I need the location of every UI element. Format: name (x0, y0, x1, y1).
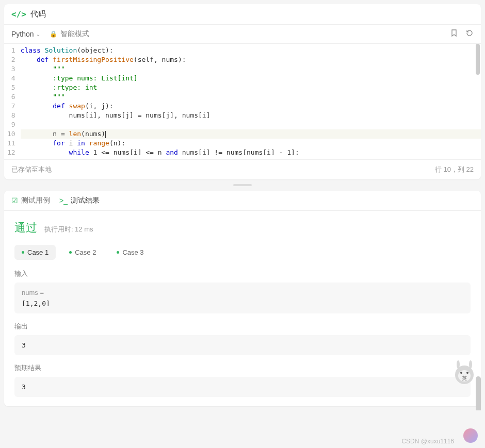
cursor (105, 131, 106, 138)
code-editor[interactable]: 1 2 3 4 5 6 7 8 9 10 11 12 class Solutio… (4, 44, 481, 159)
expected-value: 3 (22, 383, 463, 391)
terminal-icon: >_ (59, 196, 68, 205)
bookmark-icon (450, 29, 458, 37)
code-panel: </> 代码 Python ⌄ 🔒 智能模式 1 2 3 4 5 6 7 8 (4, 4, 481, 179)
mode-label: 智能模式 (60, 29, 89, 39)
results-body: 通过 执行用时: 12 ms Case 1 Case 2 Case 3 输入 n… (4, 211, 481, 406)
code-icon: </> (11, 9, 26, 19)
toolbar: Python ⌄ 🔒 智能模式 (4, 25, 481, 44)
save-status: 已存储至本地 (11, 165, 52, 174)
tab-result[interactable]: >_ 测试结果 (59, 196, 100, 205)
expected-box: 3 (14, 377, 471, 397)
results-panel: ☑ 测试用例 >_ 测试结果 通过 执行用时: 12 ms Case 1 Cas… (4, 191, 481, 406)
case-tabs: Case 1 Case 2 Case 3 (14, 245, 471, 260)
editor-scrollbar[interactable] (476, 44, 480, 75)
language-selector[interactable]: Python ⌄ (11, 30, 40, 38)
code-header: </> 代码 (4, 4, 481, 25)
pass-dot-icon (69, 251, 72, 254)
output-label: 输出 (14, 322, 471, 331)
input-var: nums = (22, 289, 463, 296)
results-scrollbar[interactable] (476, 376, 481, 410)
input-value: [1,2,0] (22, 300, 463, 307)
tab-testcase[interactable]: ☑ 测试用例 (11, 196, 50, 205)
result-tabs: ☑ 测试用例 >_ 测试结果 (4, 191, 481, 211)
resize-handle[interactable] (0, 184, 485, 187)
cursor-position: 行 10，列 22 (435, 165, 474, 174)
case-1-button[interactable]: Case 1 (14, 245, 56, 260)
line-gutter: 1 2 3 4 5 6 7 8 9 10 11 12 (4, 44, 21, 159)
input-box: nums = [1,2,0] (14, 283, 471, 313)
case-3-button[interactable]: Case 3 (109, 245, 151, 260)
mode-indicator: 🔒 智能模式 (50, 29, 89, 39)
reset-button[interactable] (465, 29, 474, 39)
pass-dot-icon (117, 251, 119, 254)
header-title: 代码 (30, 9, 46, 19)
output-value: 3 (22, 341, 463, 349)
expected-label: 预期结果 (14, 363, 471, 373)
checkbox-icon: ☑ (11, 196, 18, 205)
chevron-down-icon: ⌄ (36, 31, 40, 37)
undo-icon (465, 29, 474, 37)
language-label: Python (11, 30, 34, 38)
runtime: 执行用时: 12 ms (44, 225, 93, 233)
bookmark-button[interactable] (450, 29, 458, 39)
case-2-button[interactable]: Case 2 (62, 245, 103, 260)
pass-dot-icon (22, 251, 24, 254)
lock-icon: 🔒 (50, 30, 57, 38)
editor-footer: 已存储至本地 行 10，列 22 (4, 159, 481, 179)
code-area[interactable]: class Solution(object): def firstMissing… (21, 44, 481, 159)
pass-status: 通过 (14, 221, 37, 234)
output-box: 3 (14, 335, 471, 355)
input-label: 输入 (14, 269, 471, 278)
